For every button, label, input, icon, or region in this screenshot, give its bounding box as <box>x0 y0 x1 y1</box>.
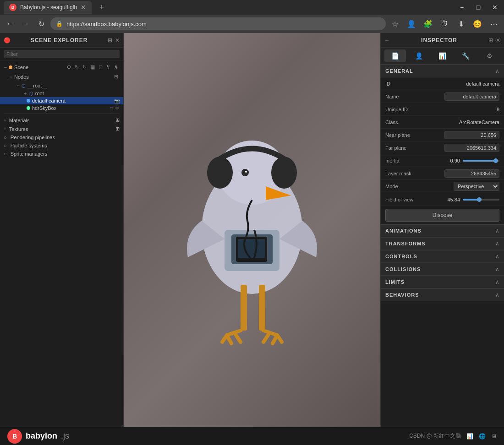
inspector-close-icon[interactable]: ✕ <box>496 37 500 43</box>
camera-item[interactable]: default camera 📷 <box>0 97 123 104</box>
class-row: Class ArcRotateCamera <box>381 116 504 129</box>
skybox-action-eye[interactable]: 👁 <box>115 106 120 111</box>
animations-section-header[interactable]: ANIMATIONS ∧ <box>381 224 504 237</box>
inertia-label: Inertia <box>385 158 427 163</box>
close-button[interactable]: ✕ <box>489 4 500 11</box>
nodes-expand-icon[interactable]: ⊞ <box>113 73 120 81</box>
materials-item[interactable]: + Materials ⊞ <box>0 116 123 125</box>
forward-button[interactable]: → <box>19 20 32 28</box>
download-icon[interactable]: ⬇ <box>455 20 467 28</box>
scene-action-7[interactable]: ↯ <box>113 63 120 71</box>
nodes-item[interactable]: − Nodes ⊞ <box>0 72 123 81</box>
scene-explorer-close-icon[interactable]: ✕ <box>115 37 120 43</box>
app-area: 🔴 SCENE EXPLORER ⊞ ✕ − Scene ⊕ ↻ ↻ ▦ ◻ ↯ <box>0 33 504 427</box>
tab-debug-icon: 👤 <box>415 52 423 60</box>
tree-sep-1 <box>4 114 120 114</box>
sprites-item[interactable]: ○ Sprite managers <box>0 150 123 158</box>
browser-tab[interactable]: B Babylon.js - seagulf.glb ✕ <box>4 1 92 14</box>
fov-value: 45.84 <box>446 197 460 202</box>
mode-select[interactable]: Perspective Orthographic <box>454 182 499 191</box>
root-sub-item[interactable]: + ⬡ root <box>0 90 123 97</box>
profile-icon[interactable]: 👤 <box>405 20 418 28</box>
particles-circle-icon: ○ <box>4 143 7 148</box>
limits-label: LIMITS <box>385 279 495 285</box>
scene-action-2[interactable]: ↻ <box>73 63 80 71</box>
controls-section-header[interactable]: CONTROLS ∧ <box>381 250 504 263</box>
camera-action-cam[interactable]: 📷 <box>114 98 120 103</box>
general-section-header[interactable]: GENERAL ∧ <box>381 65 504 77</box>
svg-point-3 <box>271 157 297 189</box>
tab-settings-icon: ⚙ <box>487 52 493 60</box>
skybox-item[interactable]: hdrSkyBox ◻ 👁 <box>0 104 123 112</box>
tab-statistics[interactable]: 📊 <box>432 49 453 62</box>
filter-input[interactable] <box>4 50 120 58</box>
far-plane-input[interactable] <box>444 144 499 152</box>
camera-actions: 📷 <box>114 98 120 103</box>
tab-tools[interactable]: 🔧 <box>455 49 477 62</box>
account-icon[interactable]: 😊 <box>471 20 484 28</box>
reload-button[interactable]: ↻ <box>35 20 48 28</box>
browser-chrome: B Babylon.js - seagulf.glb ✕ + − □ ✕ ← →… <box>0 0 504 33</box>
bottom-right: CSDN @ 新红中之脑 📊 🌐 🖥 <box>409 432 497 440</box>
scene-action-4[interactable]: ▦ <box>89 63 96 71</box>
particles-item[interactable]: ○ Particle systems <box>0 141 123 150</box>
dispose-button[interactable]: Dispose <box>385 209 499 222</box>
name-value-container <box>427 92 499 101</box>
inertia-slider-track[interactable] <box>463 160 499 162</box>
scene-explorer-expand-icon[interactable]: ⊞ <box>108 37 112 43</box>
extension-icon[interactable]: 🧩 <box>422 20 434 28</box>
maximize-button[interactable]: □ <box>473 4 484 11</box>
back-button[interactable]: ← <box>4 20 16 28</box>
bookmark-icon[interactable]: ☆ <box>389 20 401 28</box>
collisions-section-header[interactable]: COLLISIONS ∧ <box>381 263 504 276</box>
class-label: Class <box>385 119 427 125</box>
scene-label: Scene <box>14 65 28 70</box>
inspector-expand-icon[interactable]: ⊞ <box>488 37 493 43</box>
near-plane-input[interactable] <box>444 131 499 139</box>
minimize-button[interactable]: − <box>456 4 467 11</box>
inspector-title: INSPECTOR <box>393 37 486 43</box>
unique-id-row: Unique ID 8 <box>381 103 504 116</box>
limits-section-header[interactable]: LIMITS ∧ <box>381 276 504 288</box>
tab-title: Babylon.js - seagulf.glb <box>20 4 77 11</box>
brand: B babylon.js <box>7 429 69 444</box>
fov-slider-track[interactable] <box>463 199 499 201</box>
menu-icon[interactable]: ⋯ <box>488 20 500 28</box>
viewport[interactable] <box>124 33 380 427</box>
inspector-back-icon[interactable]: ← <box>384 37 390 43</box>
skybox-action-vis[interactable]: ◻ <box>110 106 113 111</box>
scene-action-5[interactable]: ◻ <box>97 63 104 71</box>
behaviors-label: BEHAVIORS <box>385 292 495 298</box>
root-item[interactable]: − ⬡ __root__ <box>0 81 123 90</box>
materials-expand-actions: ⊞ <box>115 117 120 123</box>
seagull-svg <box>174 88 330 372</box>
scene-action-1[interactable]: ⊕ <box>66 63 72 71</box>
tab-close-button[interactable]: ✕ <box>81 4 86 11</box>
textures-item[interactable]: + Textures ⊞ <box>0 125 123 133</box>
scene-action-6[interactable]: ↯ <box>105 63 112 71</box>
layer-mask-value-container <box>427 169 499 178</box>
lock-icon: 🔒 <box>56 21 63 27</box>
new-tab-button[interactable]: + <box>95 3 108 12</box>
name-input[interactable] <box>444 92 499 101</box>
behaviors-section-header[interactable]: BEHAVIORS ∧ <box>381 288 504 301</box>
tab-settings[interactable]: ⚙ <box>479 49 500 62</box>
rendering-label: Rendering pipelines <box>11 135 55 140</box>
textures-action[interactable]: ⊞ <box>115 126 120 132</box>
scene-item[interactable]: − Scene ⊕ ↻ ↻ ▦ ◻ ↯ ↯ <box>0 62 123 72</box>
nodes-collapse-icon: − <box>9 74 12 80</box>
root-label: __root__ <box>27 83 47 88</box>
rendering-item[interactable]: ○ Rendering pipelines <box>0 133 123 141</box>
behaviors-collapse-icon: ∧ <box>495 292 499 298</box>
materials-action[interactable]: ⊞ <box>115 117 120 123</box>
svg-rect-10 <box>241 285 247 331</box>
history-icon[interactable]: ⏱ <box>438 20 451 28</box>
tab-debug[interactable]: 👤 <box>408 49 429 62</box>
scene-action-3[interactable]: ↻ <box>81 63 88 71</box>
layer-mask-input[interactable] <box>444 169 499 178</box>
tab-properties[interactable]: 📄 <box>384 49 406 62</box>
id-row: ID default camera <box>381 77 504 90</box>
transforms-section-header[interactable]: TRANSFORMS ∧ <box>381 237 504 250</box>
address-bar[interactable]: 🔒 https://sandbox.babylonjs.com <box>50 17 386 30</box>
root-node-icon: ⬡ <box>22 83 26 88</box>
